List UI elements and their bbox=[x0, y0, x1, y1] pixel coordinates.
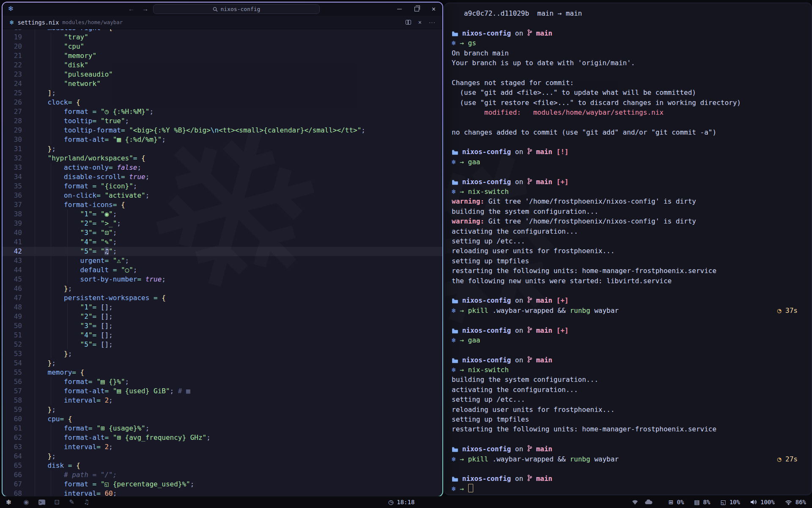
disk-module[interactable]: ◱10% bbox=[720, 499, 740, 505]
code-token: "hyprland/workspaces" bbox=[48, 154, 133, 162]
code-token: "▤ {}%" bbox=[96, 378, 125, 386]
code-text: "4"= []; bbox=[22, 331, 442, 340]
code-token: = bbox=[96, 443, 101, 451]
more-actions-icon[interactable]: ··· bbox=[429, 19, 436, 25]
command-center-search[interactable]: nixos-config bbox=[153, 4, 320, 14]
editor-titlebar: ❄ ← → nixos-config × bbox=[3, 3, 442, 16]
code-line: 21 "memory" bbox=[3, 51, 442, 61]
code-token: [] bbox=[101, 331, 109, 339]
code-line: 55 memory= { bbox=[3, 368, 442, 377]
terminal-line: ❄ → gaa bbox=[452, 157, 804, 167]
indent-guide bbox=[35, 135, 35, 144]
code-line: 41 "4"= "✎"; bbox=[3, 237, 442, 247]
indent-guide bbox=[51, 442, 51, 452]
code-token bbox=[31, 98, 48, 106]
indent-guide bbox=[51, 265, 51, 275]
memory-module[interactable]: ▤8% bbox=[694, 499, 710, 505]
volume-module[interactable]: 100% bbox=[750, 499, 775, 505]
terminal-content[interactable]: a9c0c72..d11029b main → main nixos-confi… bbox=[445, 3, 811, 494]
nav-back-button[interactable]: ← bbox=[128, 5, 134, 12]
code-token bbox=[31, 52, 64, 60]
code-token bbox=[31, 461, 48, 469]
close-icon[interactable]: × bbox=[432, 6, 436, 13]
workspace-4-notes[interactable]: ✎ bbox=[69, 498, 74, 506]
nix-menu-icon[interactable]: ❄ bbox=[6, 498, 11, 506]
code-token bbox=[158, 294, 162, 302]
minimize-icon[interactable] bbox=[397, 9, 402, 10]
terminal-line bbox=[452, 345, 804, 355]
wifi-module[interactable]: 86% bbox=[785, 499, 806, 505]
terminal-line: nixos-config on main bbox=[452, 28, 804, 38]
terminal-line: (use "git restore <file>..." to discard … bbox=[452, 98, 804, 108]
code-token bbox=[31, 387, 64, 395]
code-token bbox=[96, 238, 101, 246]
indent-guide bbox=[35, 42, 35, 51]
clock-module[interactable]: ◷ 18:18 bbox=[388, 499, 414, 505]
code-token bbox=[96, 331, 101, 339]
code-token: = bbox=[109, 163, 113, 171]
code-line: 37 format-icons= { bbox=[3, 200, 442, 210]
cloud-tray-icon[interactable] bbox=[645, 500, 653, 505]
terminal-token: on bbox=[511, 296, 527, 304]
indent-guide bbox=[67, 228, 68, 237]
indent-guide bbox=[51, 489, 51, 496]
code-token: = bbox=[101, 29, 105, 32]
code-line: 67 format = "◱ {percentage_used}%"; bbox=[3, 480, 442, 489]
code-area[interactable]: 18 modules-right= [19 "tray"20 "cpu"21 "… bbox=[3, 29, 442, 496]
code-token: ; bbox=[117, 219, 121, 227]
code-line: 26 clock= { bbox=[3, 98, 442, 107]
terminal-token: → bbox=[460, 158, 468, 166]
terminal-line: restarting the following units: home-man… bbox=[452, 424, 804, 434]
code-token: "✎" bbox=[101, 238, 113, 246]
split-editor-icon[interactable] bbox=[406, 20, 411, 25]
indent-guide bbox=[51, 247, 51, 256]
close-tab-icon[interactable]: × bbox=[418, 19, 422, 26]
workspace-3-chat[interactable]: ⊡ bbox=[55, 498, 60, 506]
volume-icon bbox=[750, 499, 757, 505]
code-text: tooltip= "true"; bbox=[22, 116, 442, 126]
tab-filename[interactable]: settings.nix bbox=[18, 19, 59, 26]
line-number: 52 bbox=[3, 340, 22, 349]
terminal-line: a9c0c72..d11029b main → main bbox=[452, 8, 804, 18]
code-token: "pulseaudio" bbox=[64, 70, 113, 78]
terminal-line: activating the configuration... bbox=[452, 226, 804, 236]
code-token bbox=[141, 275, 145, 283]
code-line: 49 "2"= []; bbox=[3, 312, 442, 321]
line-number: 26 bbox=[3, 98, 22, 107]
code-token: " bbox=[88, 322, 93, 330]
code-token bbox=[31, 359, 48, 367]
code-token: format bbox=[64, 378, 88, 386]
workspace-5-music[interactable]: ♫ bbox=[84, 498, 89, 506]
line-number: 48 bbox=[3, 303, 22, 312]
code-token: interval bbox=[64, 443, 96, 451]
code-text: "2"= ">_"; bbox=[22, 219, 442, 228]
code-token: on-click bbox=[64, 191, 96, 199]
code-token: "◱ {percentage_used}%" bbox=[101, 480, 190, 488]
code-token bbox=[31, 257, 80, 265]
nav-forward-button[interactable]: → bbox=[142, 5, 148, 12]
code-token: = bbox=[68, 461, 72, 469]
code-token: = bbox=[154, 294, 158, 302]
restore-icon[interactable] bbox=[414, 7, 419, 11]
network-tray-icon[interactable] bbox=[632, 500, 638, 505]
code-token bbox=[125, 173, 129, 181]
indent-guide bbox=[35, 29, 35, 33]
code-token bbox=[96, 108, 101, 116]
line-number: 34 bbox=[3, 172, 22, 182]
cpu-module[interactable]: ⊞0% bbox=[669, 499, 684, 505]
workspace-1-browser[interactable]: ◉ bbox=[23, 498, 29, 506]
code-line: 48 "1"= []; bbox=[3, 303, 442, 312]
code-token bbox=[31, 163, 64, 171]
indent-guide bbox=[51, 433, 51, 442]
code-line: 60 cpu= { bbox=[3, 414, 442, 424]
workspace-2-terminal[interactable]: >_ bbox=[38, 500, 45, 505]
indent-guide bbox=[35, 405, 35, 414]
terminal-token: on bbox=[511, 178, 527, 186]
code-token bbox=[31, 322, 80, 330]
code-token: "◉" bbox=[101, 210, 113, 218]
code-token: ; bbox=[68, 284, 72, 293]
git-branch-icon bbox=[527, 444, 532, 454]
line-number: 19 bbox=[3, 33, 22, 42]
code-text: format = "◷ {:%H:%M}"; bbox=[22, 107, 442, 116]
code-text: modules-right= [ bbox=[22, 29, 442, 33]
